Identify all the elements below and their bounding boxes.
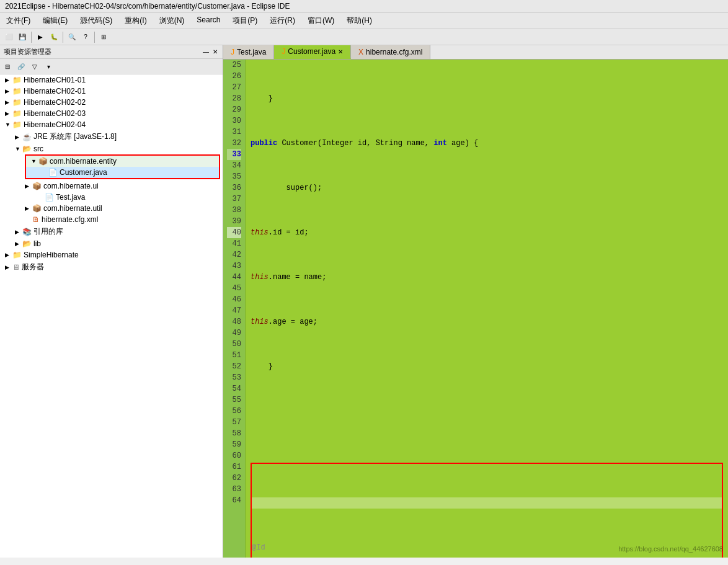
tab-label-cfg: hibernate.cfg.xml bbox=[366, 48, 422, 56]
code-line-33 bbox=[252, 497, 722, 509]
code-line-27: super(); bbox=[251, 182, 723, 194]
package-icon-entity: 📦 bbox=[38, 157, 48, 166]
arrow-lib: ▶ bbox=[15, 241, 22, 247]
tree-item-hibernate-cfg[interactable]: ▶ 🗎 hibernate.cfg.xml bbox=[0, 214, 223, 225]
tree-item-ui-pkg[interactable]: ▶ 📦 com.hibernate.ui bbox=[0, 180, 223, 192]
tree-item-server[interactable]: ▶ 🖥 服务器 bbox=[0, 260, 223, 274]
tree-label-ui-pkg: com.hibernate.ui bbox=[43, 182, 99, 190]
toolbar-help[interactable]: ? bbox=[79, 31, 92, 43]
tree-item-util-pkg[interactable]: ▶ 📦 com.hibernate.util bbox=[0, 203, 223, 214]
tree-label-ref-lib: 引用的库 bbox=[33, 226, 63, 237]
panel-link[interactable]: 🔗 bbox=[15, 60, 27, 73]
arrow-util-pkg: ▶ bbox=[25, 205, 32, 211]
panel-title: 项目资源管理器 bbox=[4, 47, 51, 56]
tree-item-hibernate0203[interactable]: ▶ 📁 HibernateCH02-03 bbox=[0, 108, 223, 119]
tab-close-customer[interactable]: ✕ bbox=[338, 48, 343, 55]
panel-menu[interactable]: ▾ bbox=[42, 60, 55, 73]
menu-source[interactable]: 源代码(S) bbox=[76, 14, 116, 27]
panel-controls: — ✕ bbox=[202, 48, 219, 55]
tree-label-jre: JRE 系统库 [JavaSE-1.8] bbox=[33, 131, 117, 142]
tree-item-hibernate0204[interactable]: ▼ 📁 HibernateCH02-04 bbox=[0, 119, 223, 130]
arrow-src: ▼ bbox=[15, 146, 22, 152]
toolbar-debug[interactable]: 🐛 bbox=[48, 31, 60, 43]
arrow-entity-pkg: ▼ bbox=[31, 158, 38, 164]
toolbar-save[interactable]: 💾 bbox=[16, 31, 29, 43]
toolbar-perspective[interactable]: ⊞ bbox=[97, 31, 110, 43]
java-icon-test: 📄 bbox=[45, 193, 54, 202]
lib-folder-icon: 📂 bbox=[22, 239, 32, 248]
toolbar-sep-2 bbox=[63, 32, 63, 43]
java-icon-customer: 📄 bbox=[48, 168, 58, 177]
code-editor[interactable]: 25 26 27 28 29 30 31 32 33 34 35 36 37 3… bbox=[223, 60, 728, 558]
menu-refactor[interactable]: 重构(I) bbox=[121, 14, 150, 27]
menu-window[interactable]: 窗口(W) bbox=[304, 14, 338, 27]
tree-item-lib[interactable]: ▶ 📂 lib bbox=[0, 238, 223, 249]
title-bar: 2021Eclipse - HibernateCH02-04/src/com/h… bbox=[0, 0, 728, 13]
code-text[interactable]: } public Customer(Integer id, String nam… bbox=[246, 60, 728, 558]
tab-icon-test: J bbox=[231, 48, 234, 56]
tree-label-src: src bbox=[33, 145, 43, 153]
project-icon-simple: 📁 bbox=[12, 251, 22, 259]
tree-item-src[interactable]: ▼ 📂 src bbox=[0, 143, 223, 154]
tree-label-util-pkg: com.hibernate.util bbox=[43, 204, 102, 213]
tree-label-hibernate0202: HibernateCH02-02 bbox=[24, 98, 86, 107]
package-icon-util: 📦 bbox=[32, 204, 42, 213]
tree-item-ref-lib[interactable]: ▶ 📚 引用的库 bbox=[0, 225, 223, 238]
panel-filter[interactable]: ▽ bbox=[29, 60, 41, 73]
tree-item-hibernate01[interactable]: ▶ 📁 HibernateCH01-01 bbox=[0, 74, 223, 86]
tree-item-hibernate0201[interactable]: ▶ 📁 HibernateCH02-01 bbox=[0, 86, 223, 97]
menu-navigate[interactable]: 浏览(N) bbox=[156, 14, 189, 27]
right-panel: J Test.java J Customer.java ✕ X hibernat… bbox=[223, 45, 728, 558]
tree-item-hibernate0202[interactable]: ▶ 📁 HibernateCH02-02 bbox=[0, 97, 223, 108]
tree-label-hibernate01: HibernateCH01-01 bbox=[24, 76, 86, 84]
panel-close[interactable]: ✕ bbox=[211, 48, 219, 55]
code-content: 25 26 27 28 29 30 31 32 33 34 35 36 37 3… bbox=[223, 60, 728, 558]
code-line-31: } bbox=[251, 361, 723, 372]
tree-item-simple-hibernate[interactable]: ▶ 📁 SimpleHibernate bbox=[0, 249, 223, 260]
editor-tabs: J Test.java J Customer.java ✕ X hibernat… bbox=[223, 45, 728, 60]
toolbar-new[interactable]: ⬜ bbox=[2, 31, 15, 43]
project-icon-1: 📁 bbox=[12, 76, 22, 84]
tab-customer-java[interactable]: J Customer.java ✕ bbox=[274, 45, 351, 59]
tree-label-server: 服务器 bbox=[22, 262, 44, 272]
arrow-hibernate0203: ▶ bbox=[5, 110, 12, 117]
arrow-hibernate0204: ▼ bbox=[5, 122, 12, 128]
arrow-hibernate01: ▶ bbox=[5, 77, 12, 83]
entity-redbox: ▼ 📦 com.hibernate.entity ▶ 📄 Customer.ja… bbox=[25, 154, 220, 179]
panel-minimize[interactable]: — bbox=[202, 48, 210, 55]
main-layout: 项目资源管理器 — ✕ ⊟ 🔗 ▽ ▾ ▶ 📁 HibernateCH01-01… bbox=[0, 45, 728, 558]
tree-label-customer-java: Customer.java bbox=[60, 168, 107, 177]
menu-help[interactable]: 帮助(H) bbox=[343, 14, 376, 27]
menu-bar: 文件(F) 编辑(E) 源代码(S) 重构(I) 浏览(N) Search 项目… bbox=[0, 13, 728, 29]
tab-hibernate-cfg[interactable]: X hibernate.cfg.xml bbox=[351, 45, 430, 59]
left-panel: 项目资源管理器 — ✕ ⊟ 🔗 ▽ ▾ ▶ 📁 HibernateCH01-01… bbox=[0, 45, 223, 558]
code-line-26: public Customer(Integer id, String name,… bbox=[251, 138, 723, 149]
tree-item-test-java[interactable]: ▶ 📄 Test.java bbox=[0, 192, 223, 203]
project-icon-2: 📁 bbox=[12, 87, 22, 96]
arrow-ref-lib: ▶ bbox=[15, 229, 22, 235]
tree-item-entity-pkg[interactable]: ▼ 📦 com.hibernate.entity bbox=[26, 156, 219, 167]
code-line-30: this.age = age; bbox=[251, 316, 723, 327]
watermark: https://blog.csdn.net/qq_44627608 bbox=[618, 545, 723, 553]
toolbar: ⬜ 💾 ▶ 🐛 🔍 ? ⊞ bbox=[0, 29, 728, 45]
menu-edit[interactable]: 编辑(E) bbox=[39, 14, 71, 27]
project-icon-3: 📁 bbox=[12, 98, 22, 107]
menu-project[interactable]: 项目(P) bbox=[229, 14, 261, 27]
src-icon: 📂 bbox=[22, 145, 32, 153]
toolbar-run[interactable]: ▶ bbox=[34, 31, 47, 43]
code-line-32 bbox=[251, 406, 723, 417]
menu-run[interactable]: 运行(R) bbox=[266, 14, 299, 27]
tree-label-entity-pkg: com.hibernate.entity bbox=[50, 157, 117, 166]
arrow-ui-pkg: ▶ bbox=[25, 183, 32, 189]
tree-label-lib: lib bbox=[33, 239, 41, 248]
tree-item-jre[interactable]: ▶ ☕ JRE 系统库 [JavaSE-1.8] bbox=[0, 130, 223, 143]
panel-collapse-all[interactable]: ⊟ bbox=[1, 60, 14, 73]
redbox-region-1: @Id //定义生成策略与别名，注意位置，在get、set方法之上 @Gener… bbox=[251, 463, 723, 558]
toolbar-search[interactable]: 🔍 bbox=[66, 31, 78, 43]
panel-toolbar: ⊟ 🔗 ▽ ▾ bbox=[0, 59, 223, 74]
menu-file[interactable]: 文件(F) bbox=[2, 14, 34, 27]
tree-item-customer-java[interactable]: ▶ 📄 Customer.java bbox=[26, 167, 219, 178]
file-tree: ▶ 📁 HibernateCH01-01 ▶ 📁 HibernateCH02-0… bbox=[0, 74, 223, 558]
tab-test-java[interactable]: J Test.java bbox=[223, 45, 274, 59]
menu-search[interactable]: Search bbox=[193, 14, 224, 27]
